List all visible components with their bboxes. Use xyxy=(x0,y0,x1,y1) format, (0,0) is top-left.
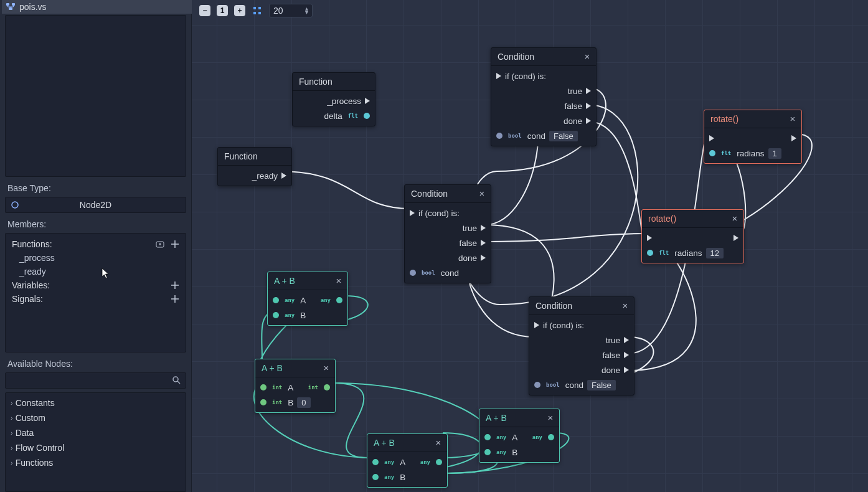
data-in-cond[interactable] xyxy=(410,270,416,276)
seq-out-port[interactable] xyxy=(281,173,286,179)
seq-in-port[interactable] xyxy=(496,73,501,79)
file-tab[interactable]: pois.vs xyxy=(2,0,192,14)
radians-value[interactable]: 12 xyxy=(706,248,724,258)
seq-in-port[interactable] xyxy=(410,210,415,216)
chevron-right-icon: › xyxy=(11,399,13,407)
base-type-selector[interactable]: Node2D xyxy=(5,197,186,213)
svg-rect-1 xyxy=(12,3,15,6)
tree-item-flowcontrol[interactable]: ›Flow Control xyxy=(6,440,186,455)
type-badge-any: any xyxy=(319,296,333,304)
override-function-button[interactable] xyxy=(156,240,164,248)
node-search-input[interactable] xyxy=(5,372,186,389)
seq-out-true[interactable] xyxy=(481,225,486,231)
node-condition-3[interactable]: Condition× if (cond) is: true false done… xyxy=(529,296,634,395)
seq-out-true[interactable] xyxy=(624,337,629,343)
seq-out-port[interactable] xyxy=(365,98,370,104)
data-in-radians[interactable] xyxy=(647,250,653,256)
node-title: Condition× xyxy=(405,185,491,203)
available-nodes-tree[interactable]: ›Constants ›Custom ›Data ›Flow Control ›… xyxy=(5,392,186,492)
data-in-b[interactable] xyxy=(484,449,491,455)
node-title: Function xyxy=(293,73,375,91)
seq-out-false[interactable] xyxy=(624,352,629,358)
close-icon[interactable]: × xyxy=(433,437,443,447)
grid-step-input[interactable]: 20 ▴▾ xyxy=(269,4,313,17)
zoom-out-button[interactable]: − xyxy=(199,5,210,16)
type-badge-int: int xyxy=(306,384,320,391)
data-in-cond[interactable] xyxy=(496,133,502,139)
close-icon[interactable]: × xyxy=(321,362,331,372)
seq-out-port[interactable] xyxy=(734,235,738,241)
add-function-button[interactable] xyxy=(171,240,179,248)
data-in-a[interactable] xyxy=(484,434,491,440)
seq-in-port[interactable] xyxy=(534,322,539,328)
tree-item-custom[interactable]: ›Custom xyxy=(6,410,186,425)
seq-out-true[interactable] xyxy=(586,88,591,94)
scene-tree-panel[interactable] xyxy=(5,15,186,177)
cond-default[interactable]: False xyxy=(587,380,616,390)
zoom-in-button[interactable]: + xyxy=(234,5,245,16)
node-add-any-2[interactable]: A + B× anyA any anyB xyxy=(367,433,448,488)
type-badge-any: any xyxy=(382,473,396,481)
data-in-b[interactable] xyxy=(273,312,279,318)
seq-in-port[interactable] xyxy=(709,135,714,141)
node-function-process[interactable]: Function _process deltaflt xyxy=(292,72,375,126)
node-add-any-3[interactable]: A + B× anyA any anyB xyxy=(479,409,560,463)
data-in-a[interactable] xyxy=(273,297,279,303)
seq-out-done[interactable] xyxy=(624,367,629,373)
add-variable-button[interactable] xyxy=(171,281,179,290)
seq-out-done[interactable] xyxy=(586,118,591,124)
seq-out-port[interactable] xyxy=(791,135,796,141)
node-title: A + B× xyxy=(367,434,447,452)
data-in-a[interactable] xyxy=(260,384,267,390)
seq-in-port[interactable] xyxy=(647,235,652,241)
close-icon[interactable]: × xyxy=(730,213,740,223)
node-title: A + B× xyxy=(268,272,347,290)
type-badge-any: any xyxy=(531,433,544,441)
node-add-int[interactable]: A + B× intA int intB0 xyxy=(255,359,336,413)
zoom-reset-button[interactable]: 1 xyxy=(217,5,228,16)
data-out[interactable] xyxy=(324,384,330,390)
svg-rect-2 xyxy=(9,7,12,10)
close-icon[interactable]: × xyxy=(788,113,798,123)
available-nodes-label: Available Nodes: xyxy=(0,356,191,371)
members-label: Members: xyxy=(0,217,191,232)
close-icon[interactable]: × xyxy=(620,300,630,310)
data-in-b[interactable] xyxy=(372,474,379,480)
data-out[interactable] xyxy=(548,434,554,440)
node-condition-2[interactable]: Condition× if (cond) is: true false done… xyxy=(404,184,491,283)
data-out-port[interactable] xyxy=(364,113,370,119)
spinner-icon[interactable]: ▴▾ xyxy=(305,7,308,14)
seq-out-done[interactable] xyxy=(481,255,486,261)
node-function-ready[interactable]: Function _ready xyxy=(217,147,292,186)
close-icon[interactable]: × xyxy=(582,51,592,61)
node-rotate-2[interactable]: rotate()× fltradians12 xyxy=(641,209,744,263)
tree-item-functions[interactable]: ›Functions xyxy=(6,455,186,470)
add-signal-button[interactable] xyxy=(171,295,179,303)
data-in-cond[interactable] xyxy=(534,382,540,388)
close-icon[interactable]: × xyxy=(545,412,555,422)
function-item-ready[interactable]: _ready xyxy=(8,265,183,278)
data-out[interactable] xyxy=(336,297,342,303)
seq-out-false[interactable] xyxy=(481,240,486,246)
tree-item-constants[interactable]: ›Constants xyxy=(6,395,186,410)
node-rotate-1[interactable]: rotate()× fltradians1 xyxy=(704,110,802,164)
tree-item-data[interactable]: ›Data xyxy=(6,425,186,440)
function-item-process[interactable]: _process xyxy=(8,251,183,265)
seq-out-false[interactable] xyxy=(586,103,591,109)
node-add-any-1[interactable]: A + B× anyA any anyB xyxy=(267,272,348,326)
b-default[interactable]: 0 xyxy=(297,397,310,408)
node-condition-1[interactable]: Condition× if (cond) is: true false done… xyxy=(491,47,597,146)
close-icon[interactable]: × xyxy=(477,188,487,198)
close-icon[interactable]: × xyxy=(334,275,344,285)
data-in-a[interactable] xyxy=(372,459,379,465)
type-badge-any: any xyxy=(283,296,296,304)
graph-canvas[interactable]: − 1 + 20 ▴▾ xyxy=(192,0,868,492)
svg-point-5 xyxy=(173,377,178,382)
snap-toggle-button[interactable] xyxy=(252,5,263,16)
node2d-icon xyxy=(11,201,19,209)
data-in-radians[interactable] xyxy=(709,150,715,156)
data-in-b[interactable] xyxy=(260,399,267,405)
cond-default[interactable]: False xyxy=(549,131,578,141)
data-out[interactable] xyxy=(436,459,442,465)
radians-value[interactable]: 1 xyxy=(768,148,781,159)
